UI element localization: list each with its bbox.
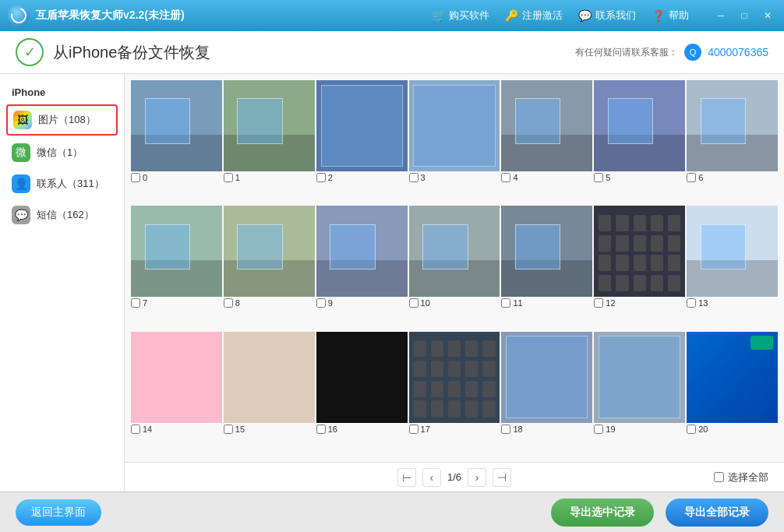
photo-checkbox-6[interactable]	[687, 173, 696, 182]
photo-thumb-19[interactable]	[594, 332, 685, 423]
content-area: 01234567891011121314151617181920 ⊢ ‹ 1/6…	[125, 74, 784, 491]
photo-checkbox-20[interactable]	[687, 425, 696, 434]
photo-label-11: 11	[501, 298, 522, 308]
photo-checkbox-5[interactable]	[594, 173, 603, 182]
page-info: 1/6	[447, 471, 461, 483]
titlebar: 互盾苹果恢复大师v2.2(未注册) 🛒 购买软件 🔑 注册激活 💬 联系我们 ❓…	[0, 0, 784, 31]
photo-index-6: 6	[698, 173, 703, 182]
photo-checkbox-4[interactable]	[501, 173, 510, 182]
sms-icon: 💬	[12, 206, 30, 224]
photo-cell-2: 2	[316, 80, 408, 204]
photo-checkbox-9[interactable]	[316, 298, 326, 308]
sidebar-item-photos[interactable]: 🖼 图片（108）	[6, 104, 118, 136]
prev-page-button[interactable]: ‹	[422, 468, 441, 487]
photo-index-12: 12	[606, 298, 615, 308]
first-page-button[interactable]: ⊢	[397, 468, 416, 487]
photo-checkbox-13[interactable]	[687, 298, 696, 308]
photo-checkbox-14[interactable]	[131, 425, 140, 434]
photo-checkbox-17[interactable]	[409, 425, 418, 434]
select-all-label: 选择全部	[728, 470, 768, 484]
photo-thumb-16[interactable]	[316, 332, 408, 423]
photo-cell-20: 20	[687, 332, 778, 456]
photo-checkbox-16[interactable]	[316, 425, 326, 434]
photo-index-19: 19	[606, 425, 615, 434]
photo-label-8: 8	[224, 298, 240, 308]
photo-label-4: 4	[501, 173, 517, 182]
help-button[interactable]: ❓ 帮助	[652, 9, 689, 23]
photo-thumb-4[interactable]	[501, 80, 592, 171]
sidebar-photos-label: 图片（108）	[38, 113, 96, 127]
sidebar-item-sms[interactable]: 💬 短信（162）	[0, 199, 124, 231]
photo-index-14: 14	[143, 425, 152, 434]
photo-thumb-8[interactable]	[224, 206, 315, 297]
photo-thumb-6[interactable]	[687, 80, 778, 171]
contact-button[interactable]: 💬 联系我们	[578, 9, 636, 23]
last-page-button[interactable]: ⊣	[493, 468, 511, 487]
photo-checkbox-18[interactable]	[501, 425, 510, 434]
photo-checkbox-3[interactable]	[409, 173, 418, 182]
select-all-checkbox[interactable]	[714, 472, 724, 482]
photo-thumb-3[interactable]	[409, 80, 500, 171]
photo-checkbox-8[interactable]	[224, 298, 233, 308]
photo-checkbox-10[interactable]	[409, 298, 418, 308]
photo-thumb-12[interactable]	[594, 206, 685, 297]
photo-thumb-1[interactable]	[224, 80, 315, 171]
photo-cell-15: 15	[224, 332, 315, 456]
maximize-button[interactable]: □	[736, 7, 753, 24]
photo-cell-1: 1	[224, 80, 315, 204]
sidebar-item-wechat[interactable]: 微 微信（1）	[0, 137, 124, 168]
photo-cell-7: 7	[131, 206, 222, 329]
photo-label-7: 7	[131, 298, 147, 308]
contacts-icon: 👤	[12, 174, 30, 193]
header: ✓ 从iPhone备份文件恢复 有任何疑问请联系客服： Q 4000076365	[0, 31, 784, 74]
photo-thumb-2[interactable]	[316, 80, 408, 171]
photo-label-0: 0	[131, 173, 147, 182]
photo-index-15: 15	[235, 425, 245, 434]
photo-checkbox-11[interactable]	[501, 298, 510, 308]
photo-checkbox-1[interactable]	[224, 173, 233, 182]
photo-cell-19: 19	[594, 332, 685, 456]
photo-checkbox-7[interactable]	[131, 298, 140, 308]
photo-thumb-7[interactable]	[131, 206, 222, 297]
close-button[interactable]: ✕	[759, 7, 776, 24]
photo-thumb-5[interactable]	[594, 80, 685, 171]
export-all-button[interactable]: 导出全部记录	[666, 499, 768, 527]
buy-software-button[interactable]: 🛒 购买软件	[432, 9, 489, 23]
photo-index-16: 16	[328, 425, 337, 434]
back-to-main-button[interactable]: 返回主界面	[16, 499, 101, 526]
sidebar-item-contacts[interactable]: 👤 联系人（311）	[0, 168, 124, 199]
export-selected-button[interactable]: 导出选中记录	[551, 499, 654, 527]
photo-label-15: 15	[224, 425, 245, 434]
photo-label-2: 2	[316, 173, 333, 182]
photo-thumb-10[interactable]	[409, 206, 500, 297]
register-button[interactable]: 🔑 注册激活	[505, 9, 563, 23]
select-all-container[interactable]: 选择全部	[714, 470, 768, 484]
buy-icon: 🛒	[432, 9, 445, 22]
photo-cell-18: 18	[501, 332, 592, 456]
app-logo	[8, 5, 30, 26]
window-controls: ─ □ ✕	[712, 7, 776, 24]
photo-thumb-14[interactable]	[131, 332, 222, 423]
photo-thumb-11[interactable]	[501, 206, 592, 297]
photo-label-17: 17	[409, 425, 430, 434]
photo-checkbox-2[interactable]	[316, 173, 326, 182]
photo-label-10: 10	[409, 298, 430, 308]
photo-index-13: 13	[698, 298, 708, 308]
photo-index-18: 18	[513, 425, 522, 434]
photo-thumb-0[interactable]	[131, 80, 222, 171]
next-page-button[interactable]: ›	[468, 468, 486, 487]
photo-checkbox-0[interactable]	[131, 173, 140, 182]
photo-thumb-17[interactable]	[409, 332, 500, 423]
photo-thumb-20[interactable]	[687, 332, 778, 423]
sidebar-sms-label: 短信（162）	[37, 208, 94, 222]
photo-checkbox-19[interactable]	[594, 425, 603, 434]
photo-thumb-18[interactable]	[501, 332, 592, 423]
photo-checkbox-12[interactable]	[594, 298, 603, 308]
photo-index-5: 5	[606, 173, 610, 182]
photo-checkbox-15[interactable]	[224, 425, 233, 434]
photo-thumb-15[interactable]	[224, 332, 315, 423]
minimize-button[interactable]: ─	[712, 7, 729, 24]
photo-thumb-13[interactable]	[687, 206, 778, 297]
photo-cell-16: 16	[316, 332, 408, 456]
photo-thumb-9[interactable]	[316, 206, 408, 297]
